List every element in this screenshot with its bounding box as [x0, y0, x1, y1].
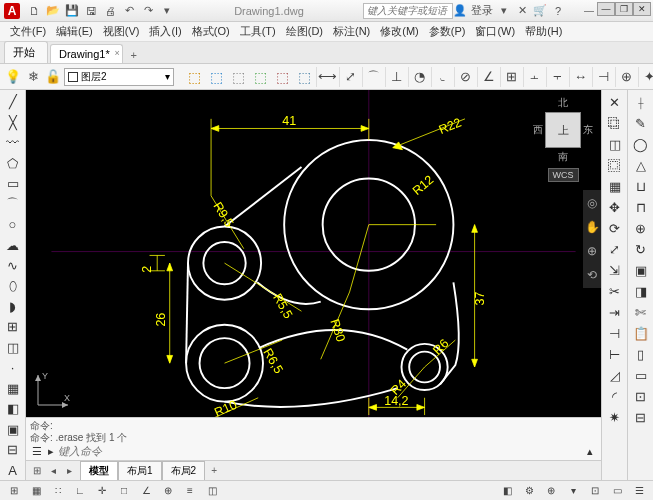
menu-file[interactable]: 文件(F) — [6, 22, 50, 41]
rotate-tool-icon[interactable]: ⟳ — [604, 218, 626, 238]
point-tool-icon[interactable]: · — [2, 358, 24, 377]
menu-draw[interactable]: 绘图(D) — [282, 22, 327, 41]
stretch-tool-icon[interactable]: ⇲ — [604, 260, 626, 280]
dim-aligned-icon[interactable]: ⤢ — [339, 67, 361, 87]
status-isoplane-icon[interactable]: ◧ — [497, 483, 517, 499]
status-snap-icon[interactable]: ∷ — [48, 483, 68, 499]
paste-tool-icon[interactable]: 📋 — [630, 323, 652, 343]
cut-tool-icon[interactable]: ✄ — [630, 302, 652, 322]
dim-baseline-icon[interactable]: ⫠ — [523, 67, 545, 87]
help-search-input[interactable] — [363, 3, 453, 19]
tab-close-icon[interactable]: × — [114, 48, 119, 58]
dim-tolerance-icon[interactable]: ⊕ — [615, 67, 637, 87]
break-tool-icon[interactable]: ⊣ — [604, 323, 626, 343]
menu-dimension[interactable]: 标注(N) — [329, 22, 374, 41]
child-restore-button[interactable]: ❐ — [615, 2, 633, 16]
open-icon[interactable]: 📂 — [45, 3, 61, 19]
viewcube-top-face[interactable]: 上 — [545, 112, 581, 148]
polygon-tool-icon[interactable]: ⬠ — [2, 153, 24, 172]
arc-tool-icon[interactable]: ⌒ — [2, 194, 24, 213]
menu-parametric[interactable]: 参数(P) — [425, 22, 470, 41]
status-transp-icon[interactable]: ◫ — [202, 483, 222, 499]
lengthen-tool-icon[interactable]: ⊓ — [630, 197, 652, 217]
status-osnap-icon[interactable]: □ — [114, 483, 134, 499]
ellipse-tool-icon[interactable]: ⬯ — [2, 276, 24, 295]
spline-tool-icon[interactable]: ∿ — [2, 256, 24, 275]
status-ortho-icon[interactable]: ∟ — [70, 483, 90, 499]
arc3-tool-icon[interactable]: △ — [630, 155, 652, 175]
table-tool-icon[interactable]: ⊟ — [2, 440, 24, 459]
tab-layout1[interactable]: 布局1 — [118, 461, 162, 481]
menu-tools[interactable]: 工具(T) — [236, 22, 280, 41]
status-clean-icon[interactable]: ▭ — [607, 483, 627, 499]
revcloud-tool-icon[interactable]: ☁ — [2, 235, 24, 254]
join-tool-icon[interactable]: ⊢ — [604, 344, 626, 364]
extend-tool-icon[interactable]: ⇥ — [604, 302, 626, 322]
qat-dropdown-icon[interactable]: ▾ — [159, 3, 175, 19]
user-icon[interactable]: 👤 — [453, 4, 467, 18]
nav-pan-icon[interactable]: ✋ — [585, 220, 600, 234]
child-close-button[interactable]: ✕ — [633, 2, 651, 16]
layer-lock-icon[interactable]: 🔓 — [44, 68, 62, 86]
layer-manager-icon[interactable]: ⬚ — [184, 67, 204, 87]
layer-iso-icon[interactable]: ⬚ — [250, 67, 270, 87]
add-layout-button[interactable]: + — [205, 465, 223, 476]
tab-model[interactable]: 模型 — [80, 461, 118, 481]
redo-icon[interactable]: ↷ — [140, 3, 156, 19]
dim-center-icon[interactable]: ✦ — [638, 67, 653, 87]
block-tool-icon[interactable]: ▣ — [630, 260, 652, 280]
ellipse-arc-tool-icon[interactable]: ◗ — [2, 297, 24, 316]
command-recent-icon[interactable]: ▴ — [583, 444, 597, 458]
erase-tool-icon[interactable]: ✕ — [604, 92, 626, 112]
nav-zoom-icon[interactable]: ⊕ — [587, 244, 597, 258]
dim-quick-icon[interactable]: ⊞ — [500, 67, 522, 87]
more2-tool-icon[interactable]: ⊟ — [630, 407, 652, 427]
app-logo[interactable]: A — [4, 3, 20, 19]
dim-break-icon[interactable]: ⊣ — [592, 67, 614, 87]
fillet-tool-icon[interactable]: ◜ — [604, 386, 626, 406]
status-workspace-icon[interactable]: ▾ — [563, 483, 583, 499]
rotate2-tool-icon[interactable]: ↻ — [630, 239, 652, 259]
layer-props-icon[interactable]: ⬚ — [228, 67, 248, 87]
dim-diameter-icon[interactable]: ⊘ — [454, 67, 476, 87]
status-otrack-icon[interactable]: ∠ — [136, 483, 156, 499]
layer-states-icon[interactable]: ⬚ — [206, 67, 226, 87]
status-lwt-icon[interactable]: ≡ — [180, 483, 200, 499]
make-block-tool-icon[interactable]: ◫ — [2, 338, 24, 357]
command-input[interactable] — [58, 445, 579, 457]
help-icon[interactable]: ? — [551, 4, 565, 18]
drawing-canvas[interactable]: 41 R22 R12 R9,5 2 26 R5,5 R6,5 R80 R10 R… — [26, 90, 601, 417]
circle-tool-icon[interactable]: ○ — [2, 215, 24, 234]
exchange-icon[interactable]: ✕ — [515, 4, 529, 18]
dist-tool-icon[interactable]: ⟊ — [630, 92, 652, 112]
undo-icon[interactable]: ↶ — [121, 3, 137, 19]
ungroup-tool-icon[interactable]: ▭ — [630, 365, 652, 385]
menu-insert[interactable]: 插入(I) — [145, 22, 185, 41]
layer-dropdown[interactable]: 图层2 ▾ — [64, 68, 174, 86]
hatch-tool-icon[interactable]: ▦ — [2, 379, 24, 398]
align-tool-icon[interactable]: ⊔ — [630, 176, 652, 196]
command-menu-icon[interactable]: ☰ — [30, 444, 44, 458]
tab-drawing1[interactable]: Drawing1*× — [50, 44, 123, 63]
layout-next-icon[interactable]: ▸ — [62, 464, 76, 478]
explode-tool-icon[interactable]: ✷ — [604, 407, 626, 427]
save-icon[interactable]: 💾 — [64, 3, 80, 19]
tab-start[interactable]: 开始 — [4, 41, 48, 63]
rectangle-tool-icon[interactable]: ▭ — [2, 174, 24, 193]
dim-angular-icon[interactable]: ∠ — [477, 67, 499, 87]
move-tool-icon[interactable]: ✥ — [604, 197, 626, 217]
new-icon[interactable]: 🗋 — [26, 3, 42, 19]
dim-arc-icon[interactable]: ⌒ — [362, 67, 384, 87]
nav-orbit-icon[interactable]: ⟲ — [587, 268, 597, 282]
menu-format[interactable]: 格式(O) — [188, 22, 234, 41]
cart-icon[interactable]: 🛒 — [533, 4, 547, 18]
menu-window[interactable]: 窗口(W) — [471, 22, 519, 41]
wcs-label[interactable]: WCS — [548, 168, 579, 182]
status-dyn-icon[interactable]: ⊕ — [158, 483, 178, 499]
layer-bulb-icon[interactable]: 💡 — [4, 68, 22, 86]
add-tab-button[interactable]: + — [125, 47, 143, 63]
insert-block-tool-icon[interactable]: ⊞ — [2, 317, 24, 336]
dim-ordinate-icon[interactable]: ⊥ — [385, 67, 407, 87]
status-polar-icon[interactable]: ✛ — [92, 483, 112, 499]
chamfer-tool-icon[interactable]: ◿ — [604, 365, 626, 385]
